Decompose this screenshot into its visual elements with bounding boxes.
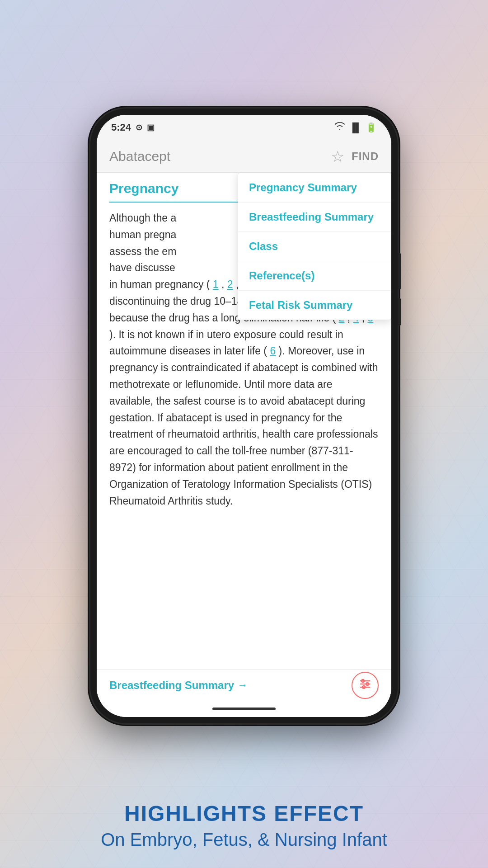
page-title: Abatacept — [109, 149, 324, 164]
dropdown-item-pregnancy-summary[interactable]: Pregnancy Summary — [238, 173, 391, 203]
find-button[interactable]: FIND — [352, 150, 379, 163]
caption-title: HIGHLIGHTS EFFECT — [27, 801, 461, 826]
dropdown-item-class[interactable]: Class — [238, 232, 391, 261]
dropdown-item-references[interactable]: Reference(s) — [238, 261, 391, 291]
home-indicator — [97, 701, 391, 717]
caption-subtitle: On Embryo, Fetus, & Nursing Infant — [27, 830, 461, 850]
ref-link-2[interactable]: 2 — [227, 278, 233, 290]
home-bar — [212, 708, 276, 710]
signal-icon: ▐▌ — [349, 123, 362, 133]
battery-icon: 🔋 — [366, 122, 377, 133]
circle-icon: ⊙ — [136, 123, 142, 132]
bookmark-star-icon[interactable]: ☆ — [331, 147, 344, 165]
status-time: 5:24 — [111, 122, 131, 133]
bottom-section-link[interactable]: Breastfeeding Summary → — [97, 669, 391, 701]
dropdown-menu: Pregnancy Summary Breastfeeding Summary … — [238, 173, 391, 320]
filter-icon — [358, 677, 372, 693]
breastfeeding-link-label: Breastfeeding Summary — [109, 679, 234, 692]
wifi-icon — [334, 122, 346, 133]
ref-link-1[interactable]: 1 — [213, 278, 219, 290]
status-bar: 5:24 ⊙ ▣ ▐▌ 🔋 — [97, 115, 391, 140]
ref-link-6[interactable]: 6 — [270, 345, 276, 357]
arrow-right-icon: → — [238, 679, 248, 691]
dropdown-item-breastfeeding-summary[interactable]: Breastfeeding Summary — [238, 203, 391, 232]
dropdown-item-fetal-risk[interactable]: Fetal Risk Summary — [238, 291, 391, 320]
filter-button[interactable] — [352, 672, 379, 699]
top-bar: Abatacept ☆ FIND — [97, 140, 391, 173]
caption-area: HIGHLIGHTS EFFECT On Embryo, Fetus, & Nu… — [0, 801, 488, 850]
square-icon: ▣ — [147, 123, 155, 132]
